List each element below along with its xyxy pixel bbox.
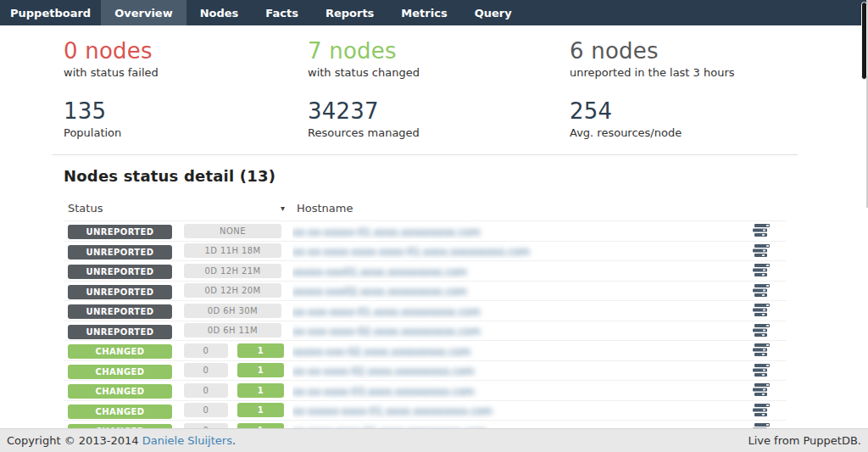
server-stack-icon[interactable] <box>753 264 771 277</box>
stat-unreported-value: 6 nodes <box>570 37 787 64</box>
stat-resources-label: Resources managed <box>308 126 570 139</box>
status-badge: CHANGED <box>68 365 172 379</box>
table-row: CHANGED01xx-xx-xxxx-02.xxxx.xxxxxxxxx.co… <box>64 360 787 381</box>
status-badge: UNREPORTED <box>68 245 172 259</box>
navbar: Puppetboard Overview Nodes Facts Reports… <box>0 0 868 25</box>
main-content: 0 nodes with status failed 7 nodes with … <box>53 25 798 440</box>
tab-facts[interactable]: Facts <box>252 0 312 25</box>
stat-changed: 7 nodes with status changed <box>308 37 570 79</box>
status-badge: UNREPORTED <box>68 225 172 239</box>
hostname-link[interactable]: xx-xx-xxxx-02.xxxx.xxxxxxxxx.com <box>292 366 474 377</box>
column-header-hostname: Hostname <box>297 202 748 215</box>
status-badge: CHANGED <box>68 384 172 399</box>
table-row: UNREPORTED0D 12H 21Mxxxxx-xxx01.xxxx.xxx… <box>64 260 787 281</box>
table-row: UNREPORTED1D 11H 18Mxx-xx-xxxx-xxxx-xxxx… <box>64 241 787 261</box>
hostname-link[interactable]: xxxxx-xxx-02.xxxx.xxxxxxxxx.com <box>292 346 470 358</box>
stat-population-label: Population <box>64 126 308 139</box>
changed-count-badge: 1 <box>237 403 284 417</box>
stat-changed-label: with status changed <box>308 66 570 79</box>
footer-live-status: Live from PuppetDB. <box>748 434 861 447</box>
table-row: CHANGED01xxxxx-xxx-02.xxxx.xxxxxxxxx.com <box>64 340 787 360</box>
brand-puppetboard[interactable]: Puppetboard <box>0 0 101 25</box>
table-row: CHANGED01xx-xxxxx-xxxx-01.xxxx.xxxxxxxxx… <box>64 400 787 421</box>
stat-avg-resources-label: Avg. resources/node <box>570 126 787 139</box>
tab-overview[interactable]: Overview <box>101 0 186 25</box>
unchanged-count-badge: 0 <box>184 403 228 417</box>
time-since-report-badge: 0D 12H 20M <box>184 283 281 298</box>
tab-nodes[interactable]: Nodes <box>186 0 253 25</box>
stat-changed-value: 7 nodes <box>308 37 570 64</box>
nodes-table-body: UNREPORTEDNONExx-xx-xxxxx-01.xxxx.xxxxxx… <box>64 220 787 440</box>
hostname-link[interactable]: xx-xxx-xxxx-02.xxxx.xxxxxxxxx.com <box>292 326 481 338</box>
stat-failed-label: with status failed <box>64 66 308 79</box>
stat-avg-resources-value: 254 <box>570 98 787 125</box>
hostname-link[interactable]: xxxxx-xxx02.xxxx.xxxxxxxxx.com <box>292 286 467 298</box>
stat-population-value: 135 <box>64 98 308 125</box>
overview-stats: 0 nodes with status failed 7 nodes with … <box>53 25 798 155</box>
section-heading: Nodes status detail (13) <box>64 167 787 185</box>
changed-count-badge: 1 <box>237 363 284 377</box>
nodes-table: Status ▾ Hostname UNREPORTEDNONExx-xx-xx… <box>64 198 787 440</box>
status-sort-caret-icon[interactable]: ▾ <box>281 204 285 213</box>
unchanged-count-badge: 0 <box>184 383 228 398</box>
table-row: UNREPORTED0D 6H 30Mxx-xxx-xxxx-01.xxxx.x… <box>64 300 787 321</box>
changed-count-badge: 1 <box>237 343 284 358</box>
server-stack-icon[interactable] <box>753 284 771 298</box>
column-header-status: Status <box>68 202 103 215</box>
changed-count-badge: 1 <box>237 383 284 398</box>
nodes-status-detail-section: Nodes status detail (13) Status ▾ Hostna… <box>53 155 798 440</box>
stat-avg-resources: 254 Avg. resources/node <box>570 98 787 139</box>
stat-resources: 34237 Resources managed <box>308 98 570 139</box>
hostname-link[interactable]: xx-xxx-xxxx-01.xxxx.xxxxxxxxx.com <box>292 306 481 318</box>
table-row: CHANGED01xx-xx-xxxx-03.xxxx.xxxxxxxxx.co… <box>64 380 787 400</box>
copyright-period: . <box>232 434 236 447</box>
copyright-text: Copyright © 2013-2014 <box>7 434 139 447</box>
table-row: UNREPORTEDNONExx-xx-xxxxx-01.xxxx.xxxxxx… <box>64 220 787 241</box>
table-row: UNREPORTED0D 12H 20Mxxxxx-xxx02.xxxx.xxx… <box>64 281 787 301</box>
server-stack-icon[interactable] <box>753 244 771 258</box>
nodes-table-header: Status ▾ Hostname <box>64 198 787 220</box>
status-badge: UNREPORTED <box>68 304 172 319</box>
author-link[interactable]: Daniele Sluijters <box>142 434 232 447</box>
server-stack-icon[interactable] <box>753 383 771 397</box>
tab-reports[interactable]: Reports <box>312 0 387 25</box>
hostname-link[interactable]: xx-xx-xxxx-xxxx-xxxx-01.xxxx.xxxxxxxxx.c… <box>292 246 530 258</box>
footer: Copyright © 2013-2014 Daniele Sluijters.… <box>0 428 868 452</box>
footer-copyright: Copyright © 2013-2014 Daniele Sluijters. <box>7 434 236 447</box>
hostname-link[interactable]: xxxxx-xxx01.xxxx.xxxxxxxxx.com <box>292 266 467 278</box>
stat-population: 135 Population <box>64 98 308 139</box>
stat-unreported: 6 nodes unreported in the last 3 hours <box>570 37 787 79</box>
server-stack-icon[interactable] <box>753 224 771 237</box>
server-stack-icon[interactable] <box>753 343 771 357</box>
server-stack-icon[interactable] <box>753 304 771 317</box>
time-since-report-badge: NONE <box>184 224 281 238</box>
table-row: UNREPORTED0D 6H 11Mxx-xxx-xxxx-02.xxxx.x… <box>64 321 787 341</box>
status-badge: CHANGED <box>68 405 172 419</box>
stat-resources-value: 34237 <box>308 98 570 125</box>
stat-unreported-label: unreported in the last 3 hours <box>570 66 787 79</box>
status-badge: UNREPORTED <box>68 265 172 279</box>
hostname-link[interactable]: xx-xx-xxxx-03.xxxx.xxxxxxxxx.com <box>292 386 474 398</box>
status-badge: UNREPORTED <box>68 325 172 339</box>
scrollbar-thumb[interactable] <box>861 2 867 80</box>
stat-failed: 0 nodes with status failed <box>64 37 308 79</box>
hostname-link[interactable]: xx-xxxxx-xxxx-01.xxxx.xxxxxxxxx.com <box>292 405 492 417</box>
status-badge: UNREPORTED <box>68 285 172 299</box>
stat-failed-value: 0 nodes <box>64 37 308 64</box>
server-stack-icon[interactable] <box>753 324 771 338</box>
server-stack-icon[interactable] <box>753 404 771 417</box>
unchanged-count-badge: 0 <box>184 363 228 377</box>
time-since-report-badge: 0D 6H 11M <box>184 323 281 338</box>
time-since-report-badge: 1D 11H 18M <box>184 243 281 258</box>
server-stack-icon[interactable] <box>753 364 771 377</box>
hostname-link[interactable]: xx-xx-xxxxx-01.xxxx.xxxxxxxxx.com <box>292 226 481 238</box>
tab-metrics[interactable]: Metrics <box>387 0 460 25</box>
time-since-report-badge: 0D 6H 30M <box>184 304 281 318</box>
unchanged-count-badge: 0 <box>184 343 228 358</box>
status-badge: CHANGED <box>68 344 172 359</box>
tab-query[interactable]: Query <box>461 0 526 25</box>
time-since-report-badge: 0D 12H 21M <box>184 264 281 278</box>
